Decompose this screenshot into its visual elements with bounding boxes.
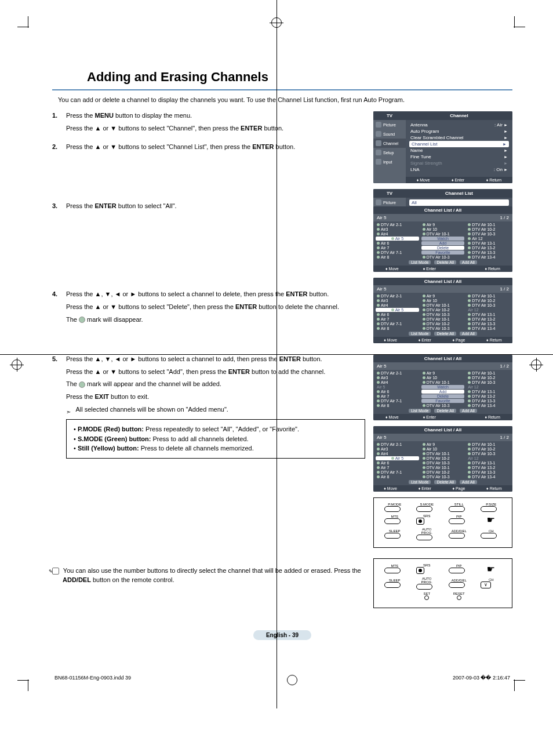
remote-button-label: SET xyxy=(416,592,437,595)
osd-button: Add All xyxy=(460,480,477,484)
crop-mark xyxy=(514,27,525,27)
channel-entry: Favorite xyxy=(421,250,465,255)
channel-entry: DTV Air 2-1 xyxy=(376,294,419,298)
channel-entry: Delete xyxy=(421,246,465,250)
footer-timestamp: 2007-09-03 �� 2:16:47 xyxy=(453,675,510,685)
remote-button xyxy=(416,535,432,540)
channel-entry: Air 5 xyxy=(376,308,419,312)
channel-entry: DTV Air 10-2 xyxy=(421,470,465,474)
channel-entry: DTV Air 10-3 xyxy=(467,232,510,236)
osd-menu-row: Signal Strength ► xyxy=(409,160,509,166)
channel-entry: Air4 xyxy=(376,303,419,307)
step-1-line-1: Press the MENU button to display the men… xyxy=(66,111,365,121)
crop-mark xyxy=(28,679,28,691)
registration-target-bottom xyxy=(287,675,297,685)
step-5-line-3: The mark will appear and the channel wil… xyxy=(66,380,365,389)
osd-menu-row: All xyxy=(409,199,509,206)
osd-title: Channel List xyxy=(406,189,512,198)
remote-button xyxy=(384,533,401,539)
remote-diagram-add-del: MTSSRSPIP☚SLEEPAUTO PROG.ADD/DELCH∨SETRE… xyxy=(373,558,512,608)
channel-entry: Air 7 xyxy=(376,466,419,470)
remote-button xyxy=(449,506,465,512)
crop-mark xyxy=(17,27,29,27)
step-5-line-4: Press the EXIT button to exit. xyxy=(66,392,365,402)
channel-entry: DTV Air 10-1 xyxy=(421,317,465,321)
box-still: • Still (Yellow) button: Press to delete… xyxy=(74,444,358,453)
channel-entry: Air 8 xyxy=(376,404,419,408)
remote-button xyxy=(481,506,497,512)
channel-entry: DTV Air 10-1 xyxy=(421,466,465,470)
step-number: 2. xyxy=(52,143,66,155)
channel-entry: DTV Air 13-3 xyxy=(467,322,510,326)
channel-entry: Air4 xyxy=(376,232,419,236)
step-5-line-2: Press the ▲ or ▼ buttons to select "Add"… xyxy=(66,368,365,377)
osd-title: Channel xyxy=(406,111,512,120)
remote-button xyxy=(416,584,432,590)
channel-entry: DTV Air 13-4 xyxy=(467,475,510,479)
remote-button-label: AUTO PROG. xyxy=(416,577,437,584)
channel-entry: Air4 xyxy=(376,452,419,456)
osd-channel-menu: TV PictureSoundChannelSetupInput Channel… xyxy=(373,111,512,183)
channel-entry: Air4 xyxy=(376,380,419,384)
channel-entry: DTV Air 10-3 xyxy=(467,303,510,307)
channel-entry: DTV Air 13-2 xyxy=(467,394,510,398)
remote-button-label: S.MODE xyxy=(416,503,437,506)
channel-entry: Air 5 xyxy=(376,237,419,241)
channel-entry: DTV Air 10-2 xyxy=(421,322,465,326)
channel-entry: DTV Air 2-1 xyxy=(376,371,419,375)
remote-button-label: CH xyxy=(481,578,501,581)
channel-entry: DTV Air 10-1 xyxy=(421,452,465,456)
channel-entry: Favorite xyxy=(421,399,465,403)
channel-entry: DTV Air 10-3 xyxy=(421,404,465,408)
channel-entry: DTV Air 7-1 xyxy=(376,399,419,403)
channel-entry: DTV Air 13-4 xyxy=(467,326,510,330)
channel-entry: DTV Air 7-1 xyxy=(376,322,419,326)
channel-entry: DTV Air 13-1 xyxy=(467,390,510,394)
osd-button: Add All xyxy=(460,409,477,413)
channel-entry: Air 8 xyxy=(376,326,419,330)
step-number: 1. xyxy=(52,111,66,137)
channel-entry: Air 9 xyxy=(421,223,465,227)
remote-button-label: SLEEP xyxy=(384,529,405,533)
channel-entry: DTV Air 13-3 xyxy=(467,399,510,403)
channel-entry: DTV Air 13-2 xyxy=(467,317,510,321)
osd-menu-row: Clear Scrambled Channel ► xyxy=(409,135,509,141)
osd-channel-list-all-add: Channel List / AllAir 51 / 2DTV Air 2-1A… xyxy=(373,355,512,420)
channel-entry: DTV Air 13-2 xyxy=(467,466,510,470)
step-2: Press the ▲ or ▼ buttons to select "Chan… xyxy=(66,143,365,152)
step-5-note: All selected channels will be shown on "… xyxy=(66,405,365,415)
remote-button xyxy=(449,518,465,524)
osd-menu-row: Auto Program ► xyxy=(409,128,509,135)
osd-button: List Mode xyxy=(409,332,431,336)
channel-entry: Air 12 xyxy=(467,237,510,241)
remote-button xyxy=(449,533,465,539)
remote-button xyxy=(457,595,461,600)
color-button-box: • P.MODE (Red) button: Press repeatedly … xyxy=(66,419,365,459)
channel-entry: DTV Air 10-1 xyxy=(421,232,465,236)
channel-entry: Air 10 xyxy=(421,299,465,303)
remote-button xyxy=(416,518,424,525)
channel-entry: DTV Air 10-1 xyxy=(467,223,510,227)
channel-entry: Air 7 xyxy=(376,246,419,250)
remote-button-label: ADD/DEL xyxy=(449,529,470,533)
channel-entry: Air 10 xyxy=(421,376,465,380)
channel-entry: DTV Air 10-3 xyxy=(421,475,465,479)
remote-button xyxy=(449,582,465,588)
osd-button: Add All xyxy=(460,260,477,264)
hint-add-del: ✎ You can also use the number buttons to… xyxy=(52,566,365,585)
page-title: Adding and Erasing Channels xyxy=(87,70,512,85)
osd-side-item: Input xyxy=(373,157,406,166)
channel-entry: Delete xyxy=(421,394,465,398)
remote-button xyxy=(384,506,401,512)
osd-button: List Mode xyxy=(409,409,431,413)
registration-target-left xyxy=(12,359,22,370)
channel-entry: Air3 xyxy=(376,376,419,380)
channel-entry: DTV Air 10-3 xyxy=(421,312,465,317)
intro-text: You can add or delete a channel to displ… xyxy=(58,96,512,103)
channel-entry: Air 10 xyxy=(421,227,465,231)
remote-button xyxy=(424,595,429,600)
channel-entry: Air 5 xyxy=(376,456,419,460)
osd-button: List Mode xyxy=(409,480,431,484)
channel-entry: DTV Air 10-2 xyxy=(467,447,510,451)
channel-entry: DTV Air 10-3 xyxy=(421,255,465,259)
